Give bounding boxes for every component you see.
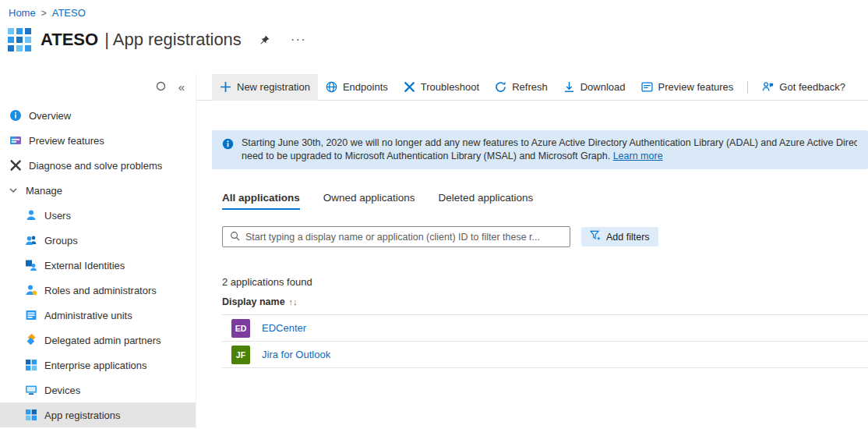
- sidebar-item-delegated-admin-partners[interactable]: Delegated admin partners: [0, 328, 196, 353]
- learn-more-link[interactable]: Learn more: [613, 151, 663, 161]
- sidebar-item-label: Preview features: [29, 135, 104, 147]
- sidebar-item-diagnose[interactable]: Diagnose and solve problems: [0, 153, 196, 178]
- preview-features-button[interactable]: Preview features: [633, 74, 742, 101]
- sidebar-item-app-registrations[interactable]: App registrations: [0, 402, 196, 427]
- app-link-jira-for-outlook[interactable]: Jira for Outlook: [262, 349, 330, 360]
- breadcrumb-ateso-link[interactable]: ATESO: [52, 7, 86, 19]
- sidebar-item-label: Diagnose and solve problems: [29, 160, 162, 172]
- sidebar-nav: Overview Preview features Diagnose and s…: [0, 100, 196, 427]
- sidebar-item-administrative-units[interactable]: Administrative units: [0, 303, 196, 328]
- info-banner: Starting June 30th, 2020 we will no long…: [212, 130, 868, 169]
- add-filters-button[interactable]: Add filters: [581, 227, 658, 246]
- avatar: JF: [231, 346, 250, 364]
- results-count: 2 applications found: [222, 276, 868, 288]
- endpoints-button[interactable]: Endpoints: [318, 74, 396, 101]
- page-title: ATESO | App registrations: [41, 30, 242, 50]
- toolbar-label: Download: [580, 81, 626, 93]
- sort-icon: ↑↓: [289, 297, 298, 307]
- download-button[interactable]: Download: [556, 74, 633, 101]
- sidebar-group-label: Manage: [26, 185, 62, 197]
- sidebar-item-label: External Identities: [44, 260, 125, 271]
- sidebar-item-roles-and-administrators[interactable]: Roles and administrators: [0, 278, 196, 303]
- page-title-tenant: ATESO: [41, 30, 98, 50]
- sidebar-item-groups[interactable]: Groups: [0, 228, 196, 253]
- directory-grid-icon: [8, 28, 31, 51]
- enterprise-applications-icon: [25, 359, 37, 371]
- toolbar-label: Refresh: [512, 81, 548, 93]
- sidebar-item-devices[interactable]: Devices: [0, 378, 196, 402]
- breadcrumb-separator: >: [41, 8, 47, 19]
- role-key-icon: [25, 284, 37, 296]
- app-registrations-icon: [25, 409, 37, 421]
- devices-icon: [25, 384, 37, 396]
- delegated-admin-partners-icon: [25, 334, 37, 346]
- user-icon: [25, 209, 37, 222]
- sidebar-item-users[interactable]: Users: [0, 203, 196, 228]
- sidebar-item-label: Users: [44, 210, 71, 222]
- sidebar-item-label: Administrative units: [44, 310, 132, 321]
- banner-line2-text: need to be upgraded to Microsoft Authent…: [242, 151, 610, 161]
- sidebar-item-external-identities[interactable]: External Identities: [0, 253, 196, 278]
- search-box[interactable]: [222, 226, 570, 247]
- got-feedback-button[interactable]: Got feedback?: [754, 74, 853, 101]
- toolbar: New registration Endpoints Troubleshoot …: [196, 74, 868, 101]
- sidebar-item-label: Delegated admin partners: [44, 335, 161, 346]
- preview-features-icon: [9, 134, 22, 147]
- sidebar-item-label: Groups: [44, 235, 78, 246]
- breadcrumb: Home > ATESO: [9, 7, 86, 19]
- sidebar: « Overview Preview features Diagnose and: [0, 74, 196, 429]
- display-name-column-header[interactable]: Display name ↑↓: [222, 296, 868, 307]
- page-title-section: | App registrations: [104, 30, 242, 50]
- globe-icon: [326, 81, 337, 93]
- sidebar-group-manage[interactable]: Manage: [0, 178, 196, 203]
- download-icon: [563, 81, 575, 93]
- more-menu-button[interactable]: ···: [291, 36, 306, 44]
- sidebar-item-enterprise-applications[interactable]: Enterprise applications: [0, 353, 196, 378]
- refresh-button[interactable]: Refresh: [487, 74, 556, 101]
- troubleshoot-button[interactable]: Troubleshoot: [396, 74, 487, 101]
- info-icon: [9, 109, 22, 122]
- new-registration-button[interactable]: New registration: [212, 74, 318, 101]
- tab-all-applications[interactable]: All applications: [222, 192, 300, 210]
- sidebar-item-label: Overview: [29, 110, 71, 122]
- preview-features-toolbar-icon: [641, 81, 653, 93]
- title-row: ATESO | App registrations ···: [8, 28, 306, 51]
- search-icon: [230, 230, 240, 244]
- toolbar-label: Endpoints: [343, 81, 388, 93]
- administrative-units-icon: [25, 309, 37, 321]
- tab-deleted-applications[interactable]: Deleted applications: [439, 192, 534, 210]
- search-row: Add filters: [222, 226, 868, 247]
- app-link-edcenter[interactable]: EDCenter: [262, 322, 306, 334]
- sidebar-top-controls: «: [0, 74, 196, 100]
- sidebar-item-preview-features[interactable]: Preview features: [0, 128, 196, 153]
- app-registrations-page: Home > ATESO ATESO | App registrations ·…: [0, 0, 868, 429]
- pin-icon[interactable]: [259, 34, 270, 46]
- sidebar-item-label: App registrations: [44, 410, 121, 421]
- group-icon: [25, 234, 37, 246]
- applications-table: ED EDCenter JF Jira for Outlook: [222, 314, 868, 368]
- chevron-down-icon: [8, 184, 19, 197]
- sidebar-item-overview[interactable]: Overview: [0, 103, 196, 128]
- toolbar-label: Got feedback?: [779, 81, 845, 93]
- sidebar-item-label: Devices: [44, 385, 80, 396]
- column-header-label: Display name: [222, 296, 285, 307]
- table-row[interactable]: ED EDCenter: [222, 315, 868, 342]
- banner-line1: Starting June 30th, 2020 we will no long…: [242, 136, 857, 150]
- main-content: New registration Endpoints Troubleshoot …: [196, 74, 868, 429]
- info-icon: [222, 138, 234, 150]
- table-row[interactable]: JF Jira for Outlook: [222, 342, 868, 368]
- toolbar-label: Troubleshoot: [421, 81, 479, 93]
- toolbar-label: New registration: [237, 81, 310, 93]
- breadcrumb-home-link[interactable]: Home: [9, 7, 36, 19]
- refresh-icon: [495, 81, 506, 93]
- toolbar-separator: [747, 81, 748, 94]
- search-input[interactable]: [245, 232, 563, 243]
- tab-owned-applications[interactable]: Owned applications: [323, 192, 415, 210]
- troubleshoot-icon: [404, 81, 415, 93]
- sidebar-search-icon[interactable]: [156, 80, 166, 94]
- external-identities-icon: [25, 259, 37, 271]
- plus-icon: [220, 81, 231, 93]
- sidebar-collapse-button[interactable]: «: [178, 80, 185, 94]
- avatar: ED: [231, 319, 250, 338]
- filter-icon: [590, 230, 601, 243]
